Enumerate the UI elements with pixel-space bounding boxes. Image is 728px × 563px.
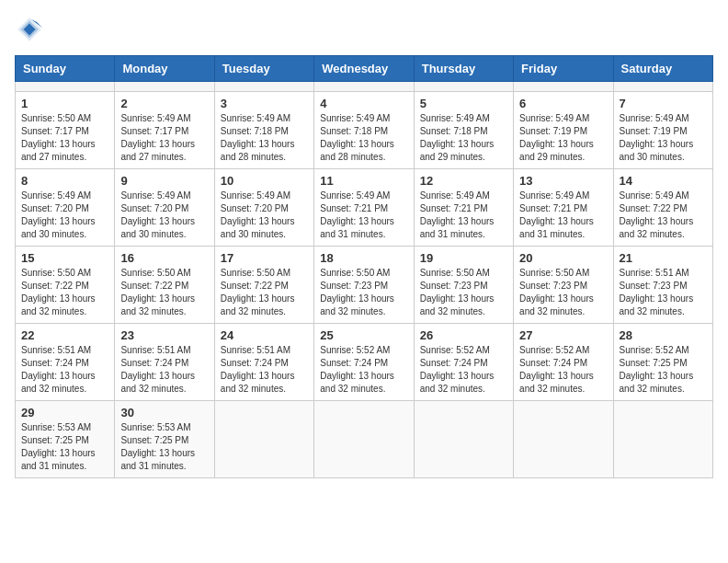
- day-info: Sunrise: 5:51 AM Sunset: 7:24 PM Dayligh…: [120, 344, 208, 396]
- day-info: Sunrise: 5:53 AM Sunset: 7:25 PM Dayligh…: [21, 421, 108, 473]
- calendar-cell: 15Sunrise: 5:50 AM Sunset: 7:22 PM Dayli…: [16, 247, 115, 324]
- day-number: 25: [320, 328, 407, 342]
- day-number: 24: [221, 328, 308, 342]
- day-info: Sunrise: 5:49 AM Sunset: 7:20 PM Dayligh…: [120, 190, 208, 241]
- day-header-thursday: Thursday: [414, 56, 513, 82]
- day-number: 10: [221, 174, 308, 188]
- day-number: 12: [420, 174, 507, 188]
- day-number: 15: [21, 251, 108, 265]
- logo-icon: [15, 15, 44, 44]
- calendar-cell: [314, 401, 414, 478]
- day-info: Sunrise: 5:50 AM Sunset: 7:22 PM Dayligh…: [221, 267, 308, 318]
- calendar-week-1: 1Sunrise: 5:50 AM Sunset: 7:17 PM Daylig…: [16, 92, 713, 169]
- calendar-cell: 7Sunrise: 5:49 AM Sunset: 7:19 PM Daylig…: [613, 92, 712, 169]
- day-info: Sunrise: 5:49 AM Sunset: 7:17 PM Dayligh…: [120, 112, 208, 164]
- calendar-cell: 2Sunrise: 5:49 AM Sunset: 7:17 PM Daylig…: [115, 92, 214, 169]
- calendar-body: 1Sunrise: 5:50 AM Sunset: 7:17 PM Daylig…: [16, 82, 713, 478]
- calendar-cell: [214, 82, 313, 92]
- day-number: 11: [320, 174, 407, 188]
- calendar-cell: [514, 401, 613, 478]
- day-number: 9: [120, 174, 208, 188]
- day-number: 27: [519, 328, 607, 342]
- day-number: 7: [620, 97, 707, 110]
- day-info: Sunrise: 5:53 AM Sunset: 7:25 PM Dayligh…: [120, 421, 208, 473]
- day-info: Sunrise: 5:50 AM Sunset: 7:17 PM Dayligh…: [21, 112, 108, 164]
- calendar-cell: 14Sunrise: 5:49 AM Sunset: 7:22 PM Dayli…: [613, 169, 712, 247]
- calendar-cell: [514, 82, 613, 92]
- calendar-cell: 24Sunrise: 5:51 AM Sunset: 7:24 PM Dayli…: [214, 324, 313, 401]
- day-number: 26: [420, 328, 507, 342]
- calendar-cell: [314, 82, 414, 92]
- calendar-cell: [214, 401, 313, 478]
- calendar-week-0: [16, 82, 713, 92]
- calendar-cell: 28Sunrise: 5:52 AM Sunset: 7:25 PM Dayli…: [613, 324, 712, 401]
- calendar-cell: 6Sunrise: 5:49 AM Sunset: 7:19 PM Daylig…: [514, 92, 613, 169]
- calendar-cell: 9Sunrise: 5:49 AM Sunset: 7:20 PM Daylig…: [115, 169, 214, 247]
- calendar-week-2: 8Sunrise: 5:49 AM Sunset: 7:20 PM Daylig…: [16, 169, 713, 247]
- day-number: 17: [221, 251, 308, 265]
- day-info: Sunrise: 5:49 AM Sunset: 7:21 PM Dayligh…: [519, 190, 607, 241]
- calendar-cell: 1Sunrise: 5:50 AM Sunset: 7:17 PM Daylig…: [16, 92, 115, 169]
- day-info: Sunrise: 5:50 AM Sunset: 7:23 PM Dayligh…: [320, 267, 407, 318]
- day-number: 6: [519, 97, 607, 110]
- day-number: 13: [519, 174, 607, 188]
- calendar-cell: 18Sunrise: 5:50 AM Sunset: 7:23 PM Dayli…: [314, 247, 414, 324]
- day-header-saturday: Saturday: [613, 56, 712, 82]
- calendar-cell: [613, 82, 712, 92]
- calendar-cell: [16, 82, 115, 92]
- calendar-cell: 23Sunrise: 5:51 AM Sunset: 7:24 PM Dayli…: [115, 324, 214, 401]
- calendar-cell: 25Sunrise: 5:52 AM Sunset: 7:24 PM Dayli…: [314, 324, 414, 401]
- calendar-cell: 4Sunrise: 5:49 AM Sunset: 7:18 PM Daylig…: [314, 92, 414, 169]
- day-info: Sunrise: 5:50 AM Sunset: 7:22 PM Dayligh…: [120, 267, 208, 318]
- logo: [15, 15, 50, 44]
- day-number: 1: [21, 97, 108, 110]
- day-info: Sunrise: 5:50 AM Sunset: 7:22 PM Dayligh…: [21, 267, 108, 318]
- day-number: 2: [120, 97, 208, 110]
- day-number: 4: [320, 97, 407, 110]
- calendar-cell: 19Sunrise: 5:50 AM Sunset: 7:23 PM Dayli…: [414, 247, 513, 324]
- calendar-week-3: 15Sunrise: 5:50 AM Sunset: 7:22 PM Dayli…: [16, 247, 713, 324]
- calendar-cell: 13Sunrise: 5:49 AM Sunset: 7:21 PM Dayli…: [514, 169, 613, 247]
- day-header-friday: Friday: [514, 56, 613, 82]
- calendar-cell: 26Sunrise: 5:52 AM Sunset: 7:24 PM Dayli…: [414, 324, 513, 401]
- day-info: Sunrise: 5:52 AM Sunset: 7:25 PM Dayligh…: [620, 344, 707, 396]
- calendar-week-5: 29Sunrise: 5:53 AM Sunset: 7:25 PM Dayli…: [16, 401, 713, 478]
- day-info: Sunrise: 5:50 AM Sunset: 7:23 PM Dayligh…: [519, 267, 607, 318]
- calendar-table: SundayMondayTuesdayWednesdayThursdayFrid…: [15, 55, 713, 478]
- day-header-tuesday: Tuesday: [214, 56, 313, 82]
- day-info: Sunrise: 5:49 AM Sunset: 7:18 PM Dayligh…: [221, 112, 308, 164]
- day-header-monday: Monday: [115, 56, 214, 82]
- day-number: 28: [620, 328, 707, 342]
- page-header: [15, 15, 713, 44]
- calendar-cell: 29Sunrise: 5:53 AM Sunset: 7:25 PM Dayli…: [16, 401, 115, 478]
- day-info: Sunrise: 5:51 AM Sunset: 7:24 PM Dayligh…: [21, 344, 108, 396]
- calendar-cell: [414, 401, 513, 478]
- calendar-cell: 3Sunrise: 5:49 AM Sunset: 7:18 PM Daylig…: [214, 92, 313, 169]
- day-number: 14: [620, 174, 707, 188]
- day-number: 23: [120, 328, 208, 342]
- day-number: 19: [420, 251, 507, 265]
- calendar-cell: 16Sunrise: 5:50 AM Sunset: 7:22 PM Dayli…: [115, 247, 214, 324]
- day-number: 21: [620, 251, 707, 265]
- day-info: Sunrise: 5:49 AM Sunset: 7:20 PM Dayligh…: [221, 190, 308, 241]
- day-info: Sunrise: 5:51 AM Sunset: 7:23 PM Dayligh…: [620, 267, 707, 318]
- day-number: 22: [21, 328, 108, 342]
- calendar-cell: 27Sunrise: 5:52 AM Sunset: 7:24 PM Dayli…: [514, 324, 613, 401]
- calendar-header: SundayMondayTuesdayWednesdayThursdayFrid…: [16, 56, 713, 82]
- day-info: Sunrise: 5:52 AM Sunset: 7:24 PM Dayligh…: [519, 344, 607, 396]
- calendar-cell: [115, 82, 214, 92]
- calendar-cell: 30Sunrise: 5:53 AM Sunset: 7:25 PM Dayli…: [115, 401, 214, 478]
- day-header-wednesday: Wednesday: [314, 56, 414, 82]
- day-number: 5: [420, 97, 507, 110]
- day-number: 8: [21, 174, 108, 188]
- day-info: Sunrise: 5:49 AM Sunset: 7:19 PM Dayligh…: [620, 112, 707, 164]
- calendar-cell: 10Sunrise: 5:49 AM Sunset: 7:20 PM Dayli…: [214, 169, 313, 247]
- calendar-cell: 21Sunrise: 5:51 AM Sunset: 7:23 PM Dayli…: [613, 247, 712, 324]
- day-info: Sunrise: 5:52 AM Sunset: 7:24 PM Dayligh…: [420, 344, 507, 396]
- day-number: 29: [21, 406, 108, 419]
- calendar-cell: [414, 82, 513, 92]
- day-info: Sunrise: 5:50 AM Sunset: 7:23 PM Dayligh…: [420, 267, 507, 318]
- day-info: Sunrise: 5:49 AM Sunset: 7:18 PM Dayligh…: [420, 112, 507, 164]
- calendar-cell: 20Sunrise: 5:50 AM Sunset: 7:23 PM Dayli…: [514, 247, 613, 324]
- day-number: 18: [320, 251, 407, 265]
